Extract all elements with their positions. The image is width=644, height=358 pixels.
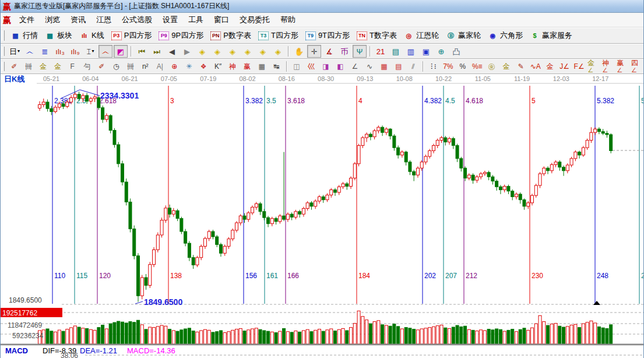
expand-h-icon[interactable]: ◈ [226, 45, 240, 58]
candle[interactable] [231, 229, 234, 241]
T四方形-button[interactable]: T3T四方形 [255, 30, 302, 41]
candle[interactable] [381, 125, 384, 136]
draw-goldred-icon[interactable]: 金 [543, 60, 557, 73]
candle[interactable] [416, 166, 419, 177]
candle[interactable] [531, 194, 534, 205]
next-bar-icon[interactable]: ▶ [180, 45, 194, 58]
candle[interactable] [460, 157, 463, 171]
menu-item-2[interactable]: 资讯 [65, 15, 91, 25]
candle[interactable] [476, 175, 478, 182]
colored-hist-icon[interactable]: ◩ [114, 45, 128, 58]
candle[interactable] [373, 129, 376, 139]
star-diamond-icon[interactable]: ◈ [256, 45, 270, 58]
draw-span-icon[interactable]: ↹ [270, 60, 283, 73]
calculator-icon[interactable]: ▤ [389, 45, 403, 58]
draw-jangle-icon[interactable]: J∠ [558, 60, 571, 73]
draw-fence-icon[interactable]: 卌 [22, 60, 36, 73]
candle[interactable] [515, 192, 518, 199]
draw-ying-icon[interactable]: 赢 [241, 60, 254, 73]
candle[interactable] [562, 166, 565, 176]
candle[interactable] [235, 221, 238, 232]
candle[interactable] [467, 173, 470, 180]
prev-bar-icon[interactable]: ◀ [165, 45, 179, 58]
menu-item-7[interactable]: 窗口 [209, 15, 234, 25]
candle[interactable] [444, 136, 447, 145]
candle[interactable] [428, 149, 431, 158]
draw-parallel-icon[interactable]: ⫽ [406, 60, 420, 73]
kline-chart-svg[interactable]: 05-2106-0406-2107-0507-1908-0208-1608-30… [1, 74, 644, 358]
candle[interactable] [270, 217, 273, 226]
candle[interactable] [527, 201, 530, 209]
candle[interactable] [337, 185, 340, 195]
draw-yingangle-icon[interactable]: 赢∠ [616, 60, 629, 73]
candle[interactable] [156, 233, 159, 252]
draw-mirror-icon[interactable]: A| [153, 60, 167, 73]
candle[interactable] [346, 182, 349, 189]
candle[interactable] [239, 214, 242, 225]
angle-measure-icon[interactable]: ∡ [322, 45, 336, 58]
draw-spiral-icon[interactable]: 勻 [80, 60, 94, 73]
candle[interactable] [188, 241, 191, 261]
candle[interactable] [365, 132, 368, 142]
candle[interactable] [558, 160, 561, 171]
candle[interactable] [578, 150, 581, 158]
draw-zigzag-icon[interactable]: ∿ [363, 60, 376, 73]
candle[interactable] [456, 144, 459, 162]
candle[interactable] [180, 217, 183, 234]
draw-redgrid2-icon[interactable]: ▤ [392, 60, 405, 73]
menu-item-0[interactable]: 文件 [14, 15, 40, 25]
draw-fan-icon[interactable]: ◨ [319, 60, 332, 73]
candle[interactable] [404, 150, 407, 165]
brain-icon[interactable]: Ψ [353, 45, 367, 58]
candle[interactable] [597, 127, 600, 134]
candle[interactable] [432, 144, 435, 153]
candle[interactable] [440, 136, 443, 143]
candle[interactable] [543, 166, 546, 176]
web-save-icon[interactable]: ⊕ [434, 45, 448, 58]
candle[interactable] [203, 237, 206, 249]
candle[interactable] [89, 97, 92, 104]
candle[interactable] [547, 166, 550, 174]
板块-button[interactable]: ▩板块 [41, 30, 76, 41]
candle[interactable] [129, 198, 132, 232]
menu-item-4[interactable]: 公式选股 [117, 15, 157, 25]
candle[interactable] [369, 132, 372, 140]
candle[interactable] [523, 198, 526, 209]
draw-rays-icon[interactable]: 巛 [305, 60, 318, 73]
info-panel-icon[interactable]: ≣ [38, 45, 52, 58]
draw-f-fence-icon[interactable]: F [66, 60, 79, 73]
draw-kmark-icon[interactable]: K″ [212, 60, 225, 73]
T数字表-button[interactable]: TNT数字表 [353, 30, 400, 41]
candle[interactable] [503, 185, 506, 192]
candle[interactable] [196, 256, 199, 267]
chart9-icon[interactable]: ılı₉ [68, 45, 82, 58]
draw-gold-fence2-icon[interactable]: 金 [51, 60, 65, 73]
candle[interactable] [184, 229, 187, 247]
candle[interactable] [302, 207, 305, 217]
candle[interactable] [318, 195, 321, 203]
candle[interactable] [594, 127, 597, 135]
menu-item-3[interactable]: 江恩 [91, 15, 117, 25]
toolbar-grip[interactable] [2, 47, 5, 57]
candle[interactable] [275, 217, 277, 224]
draw-shenangle-icon[interactable]: 神∠ [601, 60, 615, 73]
candle[interactable] [290, 212, 293, 220]
candle[interactable] [267, 216, 270, 227]
draw-fence3-icon[interactable]: 卌 [124, 60, 138, 73]
draw-pctline-icon[interactable]: %≡ [470, 60, 484, 73]
draw-grid123-icon[interactable]: ▦ [255, 60, 269, 73]
行情-button[interactable]: ▦行情 [7, 30, 41, 41]
save-icon[interactable]: ▣ [419, 45, 433, 58]
draw-web-icon[interactable]: ◧ [333, 60, 347, 73]
menu-item-8[interactable]: 交易委托 [234, 15, 275, 25]
overlay-red-icon[interactable]: ෴ [98, 45, 112, 58]
candle[interactable] [534, 184, 537, 198]
candle[interactable] [294, 210, 297, 219]
candle[interactable] [121, 161, 124, 185]
candle[interactable] [172, 208, 175, 217]
candle[interactable] [216, 235, 219, 247]
candle[interactable] [137, 253, 140, 301]
draw-compass-icon[interactable]: ✐ [8, 60, 21, 73]
candle[interactable] [326, 193, 329, 202]
candle[interactable] [46, 100, 49, 112]
